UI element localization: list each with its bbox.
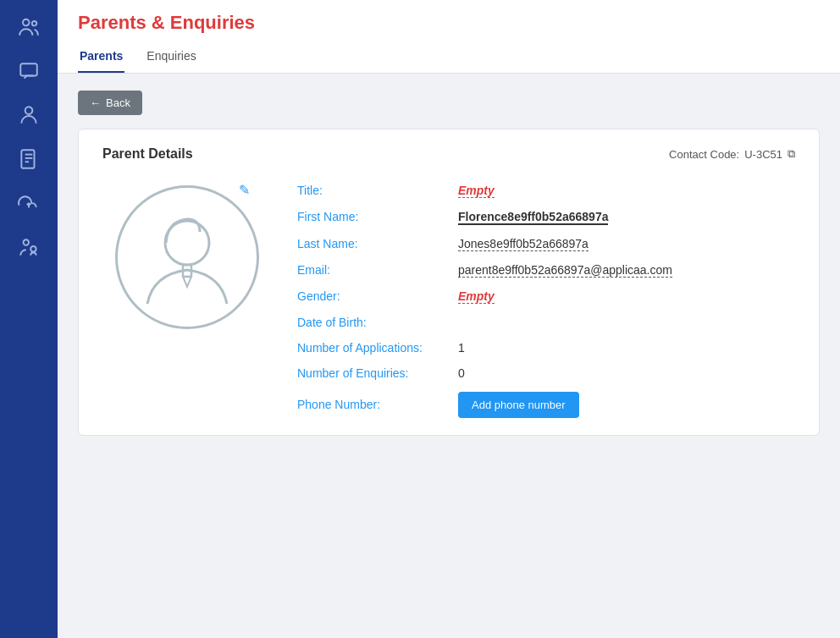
field-label-num-applications: Number of Applications: xyxy=(297,341,450,355)
field-dob: Date of Birth: xyxy=(297,316,795,329)
main-content: Parents & Enquiries Parents Enquiries ← … xyxy=(58,0,840,638)
tab-bar: Parents Enquiries xyxy=(78,44,820,73)
contact-code: Contact Code: U-3C51 ⧉ xyxy=(669,147,795,161)
svg-rect-2 xyxy=(20,63,37,75)
field-title: Title: Empty xyxy=(297,184,795,198)
people-icon[interactable] xyxy=(10,8,47,46)
field-value-gender[interactable]: Empty xyxy=(458,289,495,304)
field-label-title: Title: xyxy=(297,184,450,197)
tab-parents[interactable]: Parents xyxy=(78,44,124,73)
sidebar xyxy=(0,0,58,638)
contact-code-label: Contact Code: xyxy=(669,148,739,161)
field-num-enquiries: Number of Enquiries: 0 xyxy=(297,366,795,380)
svg-point-0 xyxy=(23,19,30,26)
field-lastname: Last Name: Jones8e9ff0b52a66897a xyxy=(297,237,795,251)
field-label-email: Email: xyxy=(297,263,450,277)
field-value-num-enquiries: 0 xyxy=(458,366,465,380)
svg-point-3 xyxy=(25,107,33,114)
field-label-phone: Phone Number: xyxy=(297,398,450,411)
field-value-num-applications: 1 xyxy=(458,341,465,355)
field-label-gender: Gender: xyxy=(297,289,450,303)
add-phone-button[interactable]: Add phone number xyxy=(458,392,579,418)
back-arrow-icon: ← xyxy=(90,96,101,109)
copy-icon[interactable]: ⧉ xyxy=(788,147,795,161)
field-label-num-enquiries: Number of Enquiries: xyxy=(297,366,450,380)
svg-marker-12 xyxy=(183,277,191,287)
details-section: Title: Empty First Name: Florence8e9ff0b… xyxy=(297,177,795,418)
contact-code-value: U-3C51 xyxy=(744,148,782,161)
card-title: Parent Details xyxy=(102,146,193,162)
parent-details-card: Parent Details Contact Code: U-3C51 ⧉ ✎ xyxy=(78,129,820,436)
field-phone: Phone Number: Add phone number xyxy=(297,392,795,418)
page-title: Parents & Enquiries xyxy=(78,12,820,34)
content-area: ← Back Parent Details Contact Code: U-3C… xyxy=(58,74,840,638)
group-icon[interactable] xyxy=(10,96,47,134)
tab-enquiries[interactable]: Enquiries xyxy=(145,44,197,73)
svg-point-9 xyxy=(30,246,36,252)
chat-icon[interactable] xyxy=(10,52,47,90)
card-header: Parent Details Contact Code: U-3C51 ⧉ xyxy=(102,146,795,162)
users-settings-icon[interactable] xyxy=(10,228,47,266)
field-value-title[interactable]: Empty xyxy=(458,184,495,198)
field-num-applications: Number of Applications: 1 xyxy=(297,341,795,355)
avatar xyxy=(115,185,259,329)
back-button-label: Back xyxy=(106,96,130,109)
field-value-email[interactable]: parent8e9ff0b52a66897a@applicaa.com xyxy=(458,263,672,278)
field-value-firstname[interactable]: Florence8e9ff0b52a66897a xyxy=(458,210,608,225)
document-icon[interactable] xyxy=(10,140,47,178)
field-label-dob: Date of Birth: xyxy=(297,316,450,329)
page-header: Parents & Enquiries Parents Enquiries xyxy=(58,0,840,74)
field-value-lastname[interactable]: Jones8e9ff0b52a66897a xyxy=(458,237,589,251)
svg-point-8 xyxy=(24,239,30,245)
svg-point-1 xyxy=(32,21,36,25)
svg-rect-4 xyxy=(21,150,34,168)
field-email: Email: parent8e9ff0b52a66897a@applicaa.c… xyxy=(297,263,795,278)
field-gender: Gender: Empty xyxy=(297,289,795,304)
avatar-section: ✎ xyxy=(102,177,272,418)
back-button[interactable]: ← Back xyxy=(78,91,142,115)
field-firstname: First Name: Florence8e9ff0b52a66897a xyxy=(297,210,795,225)
field-label-firstname: First Name: xyxy=(297,210,450,223)
field-label-lastname: Last Name: xyxy=(297,237,450,250)
cloud-icon[interactable] xyxy=(10,184,47,222)
card-body: ✎ xyxy=(102,177,795,418)
edit-icon[interactable]: ✎ xyxy=(239,182,250,198)
